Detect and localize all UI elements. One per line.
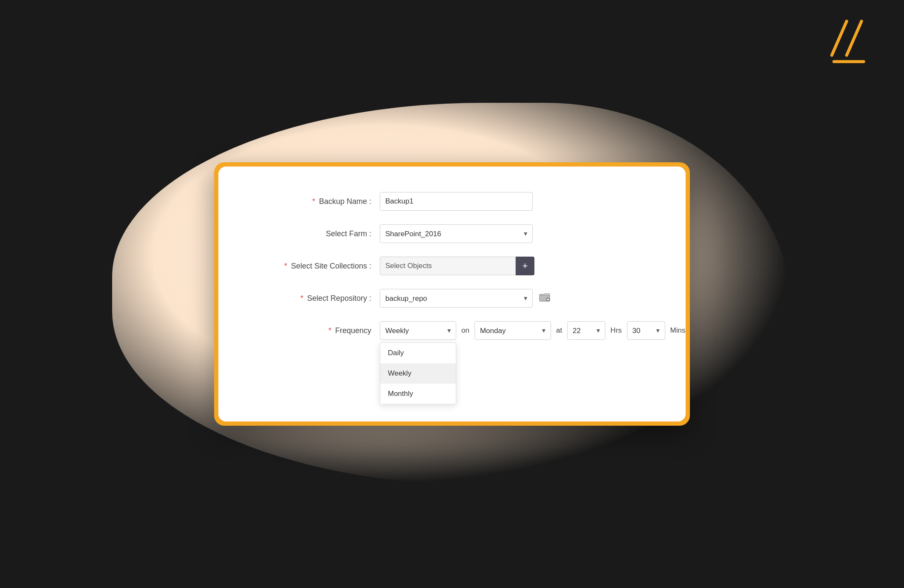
at-label: at [556, 326, 562, 335]
select-farm-label: Select Farm : [252, 229, 371, 238]
frequency-row: * Frequency Daily Weekly Monthly ▼ [252, 321, 652, 340]
hrs-label: Hrs [610, 326, 622, 335]
main-card-wrapper: * Backup Name : Select Farm : SharePoint… [214, 162, 690, 426]
frequency-dropdown-popup: Daily Weekly Monthly [380, 342, 456, 404]
frequency-label: * Frequency [252, 326, 371, 335]
hour-dropdown[interactable]: 22 [567, 321, 605, 340]
site-collections-required: * [284, 262, 287, 270]
freq-popup-monthly[interactable]: Monthly [380, 384, 456, 404]
folder-icon [539, 291, 551, 303]
backup-name-label: * Backup Name : [252, 197, 371, 206]
repository-input-group: backup_repo ▼ [380, 289, 552, 308]
repository-dropdown[interactable]: backup_repo [380, 289, 533, 308]
svg-line-0 [832, 21, 847, 55]
frequency-select-wrapper: Daily Weekly Monthly ▼ Daily Weekly Mont… [380, 321, 456, 340]
backup-name-required: * [312, 197, 315, 206]
freq-popup-daily[interactable]: Daily [380, 343, 456, 363]
select-site-collections-row: * Select Site Collections : Select Objec… [252, 257, 652, 275]
min-dropdown[interactable]: 30 [627, 321, 665, 340]
mins-label: Mins [670, 326, 686, 335]
day-dropdown[interactable]: Monday Tuesday Wednesday Thursday Friday… [475, 321, 551, 340]
select-site-collections-label: * Select Site Collections : [252, 262, 371, 271]
repository-select-wrapper: backup_repo ▼ [380, 289, 533, 308]
freq-popup-weekly[interactable]: Weekly [380, 363, 456, 384]
backup-name-row: * Backup Name : [252, 192, 652, 211]
on-label: on [461, 326, 469, 335]
frequency-required: * [328, 326, 331, 335]
repository-required: * [300, 294, 303, 302]
day-select-wrapper: Monday Tuesday Wednesday Thursday Friday… [475, 321, 551, 340]
card-inner: * Backup Name : Select Farm : SharePoint… [218, 167, 686, 421]
decorative-lines [819, 17, 870, 70]
frequency-dropdown[interactable]: Daily Weekly Monthly [380, 321, 456, 340]
select-objects-display: Select Objects [380, 257, 516, 275]
card-outer: * Backup Name : Select Farm : SharePoint… [214, 162, 690, 426]
select-repository-row: * Select Repository : backup_repo ▼ [252, 289, 652, 308]
hour-select-wrapper: 22 ▼ [567, 321, 605, 340]
folder-icon-button[interactable] [537, 291, 552, 305]
select-farm-wrapper: SharePoint_2016 ▼ [380, 224, 533, 243]
select-farm-row: Select Farm : SharePoint_2016 ▼ [252, 224, 652, 243]
backup-name-input[interactable] [380, 192, 533, 211]
select-farm-dropdown[interactable]: SharePoint_2016 [380, 224, 533, 243]
svg-line-1 [847, 21, 862, 55]
site-collections-input-group: Select Objects + [380, 257, 534, 275]
min-select-wrapper: 30 ▼ [627, 321, 665, 340]
frequency-controls: Daily Weekly Monthly ▼ Daily Weekly Mont… [380, 321, 685, 340]
select-repository-label: * Select Repository : [252, 294, 371, 303]
add-objects-button[interactable]: + [516, 257, 534, 275]
